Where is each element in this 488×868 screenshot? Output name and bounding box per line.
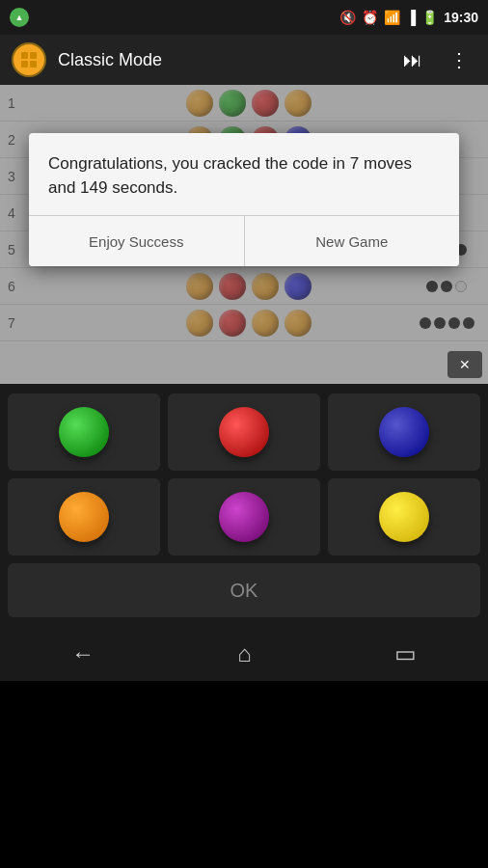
orange-ball — [59, 492, 109, 542]
skip-button[interactable]: ⏭ — [395, 45, 430, 75]
back-button[interactable]: ← — [52, 633, 114, 675]
color-cell-green[interactable] — [8, 393, 160, 471]
color-cell-blue[interactable] — [328, 393, 480, 471]
app-icon — [12, 42, 46, 77]
close-ad-button[interactable]: ✕ — [447, 351, 482, 378]
close-overlay-area: ✕ — [447, 351, 482, 378]
close-icon: ✕ — [459, 357, 471, 372]
menu-button[interactable]: ⋮ — [442, 44, 476, 75]
ok-button[interactable]: OK — [8, 563, 480, 617]
red-ball — [219, 407, 269, 457]
color-cell-purple[interactable] — [168, 478, 320, 556]
color-cell-orange[interactable] — [8, 478, 160, 556]
recents-button[interactable]: ▭ — [375, 633, 436, 675]
battery-icon: 🔋 — [421, 10, 438, 25]
color-cell-yellow[interactable] — [328, 478, 480, 556]
blue-ball — [379, 407, 429, 457]
dialog-message: Congratulations, you cracked the code in… — [29, 133, 459, 215]
purple-ball — [219, 492, 269, 542]
status-left: ▲ — [10, 8, 29, 27]
wifi-icon: 📶 — [384, 10, 400, 25]
android-icon: ▲ — [10, 8, 29, 27]
status-right: 🔇 ⏰ 📶 ▐ 🔋 19:30 — [339, 10, 478, 25]
green-ball — [59, 407, 109, 457]
status-bar: ▲ 🔇 ⏰ 📶 ▐ 🔋 19:30 — [0, 0, 488, 35]
alarm-icon: ⏰ — [362, 10, 378, 25]
mute-icon: 🔇 — [339, 10, 356, 25]
navigation-bar: ← ⌂ ▭ — [0, 627, 488, 681]
ok-label: OK — [230, 580, 258, 602]
yellow-ball — [379, 492, 429, 542]
game-container: 1 2 — [0, 85, 488, 384]
signal-icon: ▐ — [406, 10, 416, 25]
action-bar: Classic Mode ⏭ ⋮ — [0, 35, 488, 85]
status-time: 19:30 — [444, 10, 478, 25]
new-game-button[interactable]: New Game — [245, 216, 460, 266]
app-icon-grid — [21, 52, 37, 68]
action-bar-title: Classic Mode — [58, 50, 384, 70]
home-button[interactable]: ⌂ — [218, 633, 271, 675]
color-picker: OK — [0, 384, 488, 627]
color-grid — [8, 393, 480, 556]
enjoy-success-button[interactable]: Enjoy Success — [29, 216, 244, 266]
color-cell-red[interactable] — [168, 393, 320, 471]
dialog-buttons: Enjoy Success New Game — [29, 216, 459, 266]
dialog: Congratulations, you cracked the code in… — [29, 133, 459, 266]
